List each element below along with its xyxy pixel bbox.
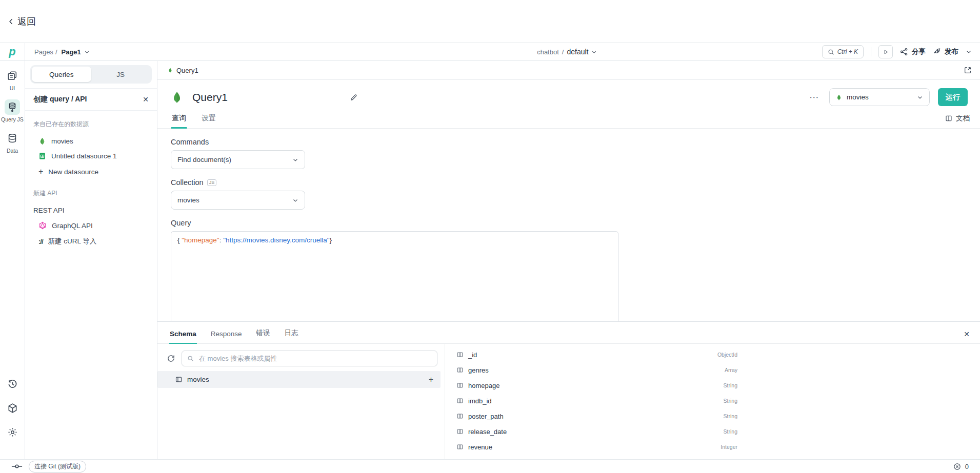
tab-query[interactable]: 查询 [171, 114, 187, 128]
tab-errors[interactable]: 错误 [256, 328, 271, 343]
graphql-api-label: GraphQL API [52, 222, 93, 230]
new-datasource-button[interactable]: + New datasource [33, 163, 149, 180]
tab-schema[interactable]: Schema [169, 330, 197, 343]
field-row[interactable]: revenue Integer [456, 439, 737, 455]
run-label: 运行 [946, 93, 960, 102]
error-indicator[interactable]: 0 [953, 463, 969, 470]
more-actions-button[interactable]: ⋯ [809, 95, 820, 100]
query-title: Query1 [192, 91, 228, 104]
column-icon [456, 382, 464, 389]
header-divider [871, 47, 871, 56]
field-row[interactable]: poster_path String [456, 408, 737, 424]
column-icon [456, 443, 464, 450]
chevron-down-icon [292, 157, 298, 163]
schema-body: movies + _id ObjectId [157, 344, 980, 459]
schema-fields-pane: _id ObjectId genres Array homepage [445, 344, 980, 459]
pages-breadcrumb[interactable]: Pages / Page1 [25, 43, 312, 60]
env-sep: / [562, 48, 564, 56]
breadcrumb-page: Page1 [62, 48, 81, 56]
rest-api-item[interactable]: REST API [33, 203, 149, 218]
datasource-item-label: Untitled datasource 1 [51, 152, 117, 160]
close-icon[interactable]: ✕ [964, 330, 970, 343]
close-icon[interactable]: ✕ [143, 95, 149, 104]
rail-item-query-js[interactable]: Query JS [1, 99, 24, 122]
datasource-select[interactable]: movies [829, 88, 930, 106]
query-editor-zone: Query1 ⋯ movies [157, 80, 980, 459]
explorer-panel: Queries JS 创建 query / API ✕ 来自已存在的数据源 mo [25, 61, 157, 459]
top-back-bar: 返回 [0, 0, 980, 43]
query-crumb-bar: Query1 [157, 61, 980, 80]
datasource-item-untitled[interactable]: Untitled datasource 1 [33, 149, 149, 163]
curl-import-label: 新建 cURL 导入 [48, 237, 97, 246]
omnibar-search-button[interactable]: Ctrl + K [822, 45, 864, 58]
gear-icon[interactable] [7, 427, 18, 438]
book-icon [945, 115, 952, 122]
schema-search-input[interactable] [198, 354, 432, 363]
preview-play-button[interactable] [878, 45, 893, 58]
field-row[interactable]: release_date String [456, 424, 737, 439]
chevron-down-icon [84, 49, 90, 55]
app-logo[interactable]: p [0, 43, 25, 60]
table-icon [175, 376, 183, 383]
pages-icon [7, 70, 18, 81]
collection-row-movies[interactable]: movies + [157, 371, 441, 388]
query-crumb-label: Query1 [176, 67, 198, 74]
collapse-editor-icon[interactable] [964, 66, 972, 74]
commands-select-value: Find document(s) [177, 156, 231, 163]
query-crumb[interactable]: Query1 [168, 67, 198, 74]
rail-item-ui[interactable]: UI [5, 68, 20, 91]
commands-select[interactable]: Find document(s) [171, 150, 305, 169]
header-bar: p Pages / Page1 chatbot / default Ctrl +… [0, 43, 980, 61]
query-form: Commands Find document(s) Collection JS … [157, 129, 980, 354]
tab-settings[interactable]: 设置 [201, 114, 217, 128]
field-row[interactable]: imdb_id String [456, 393, 737, 408]
edit-name-pencil-icon[interactable] [350, 93, 358, 101]
field-row[interactable]: genres Array [456, 362, 737, 378]
explorer-title: 创建 query / API [33, 95, 87, 104]
cube-icon[interactable] [7, 403, 18, 414]
tab-js[interactable]: JS [91, 67, 151, 82]
chevron-down-icon [591, 49, 597, 55]
rail-bottom-group [7, 379, 18, 459]
plus-icon: + [38, 167, 43, 176]
tab-response[interactable]: Response [210, 330, 243, 343]
app-env-breadcrumb[interactable]: chatbot / default [312, 43, 822, 60]
run-button[interactable]: 运行 [938, 88, 968, 106]
share-icon [900, 48, 908, 56]
back-button[interactable]: 返回 [7, 15, 36, 28]
graphql-api-item[interactable]: GraphQL API [33, 218, 149, 233]
share-label: 分享 [912, 47, 926, 56]
column-icon [456, 397, 464, 404]
chevron-down-icon [917, 94, 923, 100]
js-toggle-badge[interactable]: JS [207, 179, 217, 186]
collection-row-label: movies [187, 376, 209, 383]
header-actions: Ctrl + K 分享 发布 [822, 43, 980, 60]
share-button[interactable]: 分享 [900, 47, 926, 56]
chevron-left-icon [7, 17, 15, 26]
docs-link[interactable]: 文档 [945, 114, 970, 128]
search-icon [828, 49, 834, 55]
error-count: 0 [965, 463, 969, 470]
tab-queries-label: Queries [49, 71, 73, 78]
collection-select[interactable]: movies [171, 191, 305, 210]
connect-git-button[interactable]: 连接 Git (测试版) [29, 461, 86, 472]
tab-logs[interactable]: 日志 [284, 328, 299, 343]
mongodb-leaf-icon [836, 94, 842, 101]
query-code-line: { "homepage": "https://movies.disney.com… [177, 236, 612, 244]
deploy-menu-chevron-icon[interactable] [966, 49, 972, 55]
new-datasource-label: New datasource [48, 168, 98, 176]
left-rail: UI Query JS Data [0, 61, 25, 459]
tab-queries[interactable]: Queries [32, 67, 91, 82]
field-row[interactable]: _id ObjectId [456, 347, 737, 362]
add-query-plus-icon[interactable]: + [429, 375, 433, 384]
refresh-schema-icon[interactable] [167, 354, 175, 363]
history-icon[interactable] [7, 379, 18, 389]
database-icon [7, 133, 18, 144]
query-tabs-row: 查询 设置 文档 [157, 109, 980, 129]
field-row[interactable]: homepage String [456, 378, 737, 393]
rail-item-data[interactable]: Data [5, 131, 20, 154]
deploy-button[interactable]: 发布 [933, 47, 958, 56]
datasource-item-movies[interactable]: movies [33, 134, 149, 149]
curl-import-item[interactable]: :// 新建 cURL 导入 [33, 233, 149, 250]
datasource-item-label: movies [51, 137, 73, 145]
